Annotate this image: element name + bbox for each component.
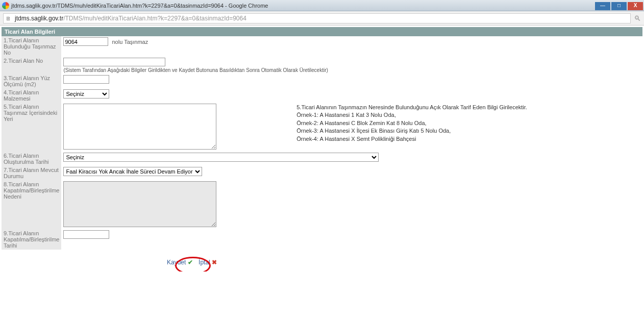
yeri-info-block: 5.Ticari Alanının Taşınmazın Neresinde B… bbox=[294, 103, 642, 152]
url-path: /TDMS/muh/editKiraTicariAlan.htm?k=2297&… bbox=[63, 15, 246, 22]
olusturma-select[interactable]: Seçiniz bbox=[63, 153, 379, 162]
info-line: Örnek-3: A Hastanesi X İlçesi Ek Binası … bbox=[296, 127, 640, 135]
ticari-alan-hint: (Sistem Tarafından Aşağıdaki Bilgiler Gi… bbox=[63, 67, 640, 73]
section-header: Ticari Alan Bilgileri bbox=[2, 27, 642, 36]
form-row: 2.Ticari Alan No (Sistem Tarafından Aşağ… bbox=[2, 57, 642, 74]
button-row: Kaydet ✔ İptal ✖ bbox=[2, 250, 642, 270]
form-row: 3.Ticari Alanın Yüz Ölçümü (m2) bbox=[2, 74, 642, 88]
check-icon: ✔ bbox=[188, 259, 193, 266]
search-icon[interactable]: 🔍︎ bbox=[634, 14, 641, 22]
form-row: 9.Ticari Alanın Kapatılma/Birleştirilme … bbox=[2, 229, 642, 250]
form-row: 5.Ticari Alanın Taşınmaz İçerisindeki Ye… bbox=[2, 103, 642, 152]
label-yeri: 5.Ticari Alanın Taşınmaz İçerisindeki Ye… bbox=[2, 103, 61, 152]
label-tasinmaz-no: 1.Ticari Alanın Bulunduğu Taşınmaz No bbox=[2, 36, 61, 57]
label-mevcut-durum: 7.Ticari Alanın Mevcut Durumu bbox=[2, 166, 61, 180]
window-titlebar: jtdms.saglik.gov.tr/TDMS/muh/editKiraTic… bbox=[0, 0, 644, 11]
label-olusturma: 6.Ticari Alanın Oluşturulma Tarihi bbox=[2, 152, 61, 166]
label-kapatma-nedeni: 8.Ticari Alanın Kapatılma/Birleştirilme … bbox=[2, 180, 61, 229]
cancel-button[interactable]: İptal ✖ bbox=[199, 259, 217, 266]
label-malzeme: 4.Ticari Alanın Malzemesi bbox=[2, 88, 61, 103]
label-kapatma-tarihi: 9.Ticari Alanın Kapatılma/Birleştirilme … bbox=[2, 229, 61, 250]
mevcut-durum-select[interactable]: Faal Kiracısı Yok Ancak İhale Süreci Dev… bbox=[63, 167, 202, 176]
malzeme-select[interactable]: Seçiniz bbox=[63, 89, 109, 99]
label-yuzolcum: 3.Ticari Alanın Yüz Ölçümü (m2) bbox=[2, 74, 61, 88]
label-ticari-alan-no: 2.Ticari Alan No bbox=[2, 57, 61, 74]
form-row: 6.Ticari Alanın Oluşturulma Tarihi Seçin… bbox=[2, 152, 642, 166]
ticari-alan-no-input[interactable] bbox=[63, 58, 165, 66]
chrome-icon bbox=[2, 2, 9, 9]
yeri-textarea[interactable] bbox=[63, 104, 216, 150]
close-icon: ✖ bbox=[212, 259, 217, 266]
form-row: 7.Ticari Alanın Mevcut Durumu Faal Kirac… bbox=[2, 166, 642, 180]
info-line: Örnek-1: A Hastanesi 1 Kat 3 Nolu Oda, bbox=[296, 111, 640, 119]
form-row: 8.Ticari Alanın Kapatılma/Birleştirilme … bbox=[2, 180, 642, 229]
kapatma-nedeni-textarea bbox=[63, 181, 216, 227]
window-title: jtdms.saglik.gov.tr/TDMS/muh/editKiraTic… bbox=[11, 3, 268, 9]
url-domain: jtdms.saglik.gov.tr bbox=[15, 15, 63, 22]
window-maximize-button[interactable]: □ bbox=[611, 2, 627, 10]
form-row: 1.Ticari Alanın Bulunduğu Taşınmaz No no… bbox=[2, 36, 642, 57]
kapatma-tarihi-input bbox=[63, 230, 109, 239]
tasinmaz-no-input[interactable] bbox=[63, 37, 108, 46]
yuzolcum-input[interactable] bbox=[63, 75, 109, 84]
tasinmaz-suffix: nolu Taşınmaz bbox=[112, 39, 148, 45]
window-close-button[interactable]: X bbox=[628, 2, 643, 10]
info-line: Örnek-2: A Hastanesi C Blok Zemin Kat 8 … bbox=[296, 119, 640, 127]
save-button-label: Kaydet bbox=[167, 259, 186, 266]
info-line: 5.Ticari Alanının Taşınmazın Neresinde B… bbox=[296, 104, 640, 111]
form-row: 4.Ticari Alanın Malzemesi Seçiniz bbox=[2, 88, 642, 103]
file-icon: 🗎 bbox=[6, 15, 13, 21]
window-minimize-button[interactable]: — bbox=[595, 2, 610, 10]
address-bar: 🗎 jtdms.saglik.gov.tr /TDMS/muh/editKira… bbox=[0, 11, 644, 26]
url-input[interactable]: 🗎 jtdms.saglik.gov.tr /TDMS/muh/editKira… bbox=[3, 13, 631, 23]
cancel-button-label: İptal bbox=[199, 259, 210, 266]
save-button[interactable]: Kaydet ✔ bbox=[167, 259, 194, 266]
info-line: Örnek-4: A Hastanesi X Semt Polikliniği … bbox=[296, 135, 640, 143]
